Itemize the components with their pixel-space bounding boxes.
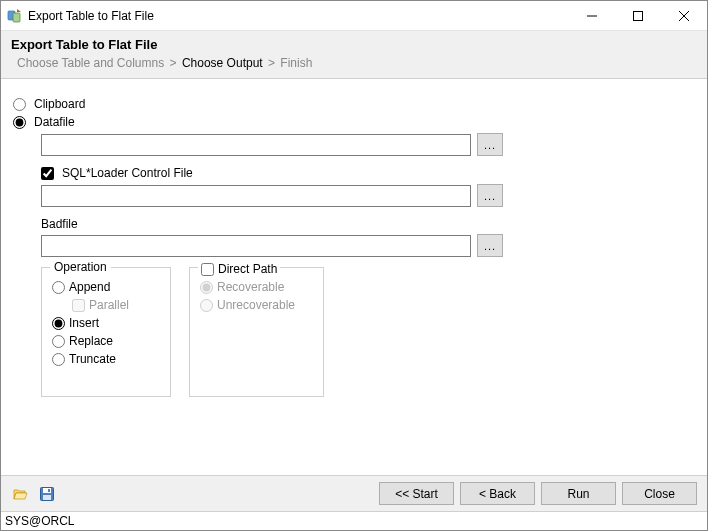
operation-parallel: Parallel: [72, 298, 160, 312]
truncate-radio[interactable]: [52, 353, 65, 366]
operation-replace[interactable]: Replace: [52, 334, 160, 348]
datafile-label: Datafile: [34, 115, 75, 129]
breadcrumb-sep: >: [170, 56, 177, 70]
operation-groupbox: Operation Append Parallel Insert Replace: [41, 267, 171, 397]
open-file-button[interactable]: [11, 484, 31, 504]
breadcrumb-step-1: Choose Table and Columns: [17, 56, 164, 70]
floppy-disk-icon: [40, 487, 54, 501]
window-controls: [569, 1, 707, 30]
datafile-section: ... SQL*Loader Control File ... Badfile …: [41, 133, 695, 257]
page-title: Export Table to Flat File: [11, 37, 697, 52]
svg-rect-8: [43, 495, 51, 500]
datafile-browse-button[interactable]: ...: [477, 133, 503, 156]
insert-label: Insert: [69, 316, 99, 330]
sqlloader-checkbox[interactable]: [41, 167, 54, 180]
replace-label: Replace: [69, 334, 113, 348]
titlebar: Export Table to Flat File: [1, 1, 707, 31]
close-button[interactable]: Close: [622, 482, 697, 505]
clipboard-option[interactable]: Clipboard: [13, 97, 695, 111]
append-radio[interactable]: [52, 281, 65, 294]
append-label: Append: [69, 280, 110, 294]
folder-open-icon: [13, 487, 29, 501]
back-button[interactable]: < Back: [460, 482, 535, 505]
svg-rect-9: [48, 489, 50, 492]
sqlloader-label: SQL*Loader Control File: [62, 166, 193, 180]
datafile-input[interactable]: [41, 134, 471, 156]
breadcrumb-step-2: Choose Output: [182, 56, 263, 70]
operation-truncate[interactable]: Truncate: [52, 352, 160, 366]
badfile-label: Badfile: [41, 217, 695, 231]
directpath-checkbox[interactable]: [201, 263, 214, 276]
app-icon: [7, 8, 23, 24]
clipboard-label: Clipboard: [34, 97, 85, 111]
minimize-icon: [587, 11, 597, 21]
clipboard-radio[interactable]: [13, 98, 26, 111]
datafile-option[interactable]: Datafile: [13, 115, 695, 129]
directpath-option[interactable]: Direct Path: [198, 262, 280, 276]
sqlloader-option[interactable]: SQL*Loader Control File: [41, 166, 695, 180]
parallel-label: Parallel: [89, 298, 129, 312]
recoverable-radio: [200, 281, 213, 294]
wizard-footer: << Start < Back Run Close: [1, 475, 707, 511]
svg-rect-1: [13, 13, 20, 22]
maximize-icon: [633, 11, 643, 21]
connection-status: SYS@ORCL: [5, 514, 75, 528]
minimize-button[interactable]: [569, 1, 615, 31]
directpath-unrecoverable: Unrecoverable: [200, 298, 313, 312]
export-wizard-window: Export Table to Flat File Export Table t…: [0, 0, 708, 531]
status-bar: SYS@ORCL: [1, 511, 707, 530]
run-button[interactable]: Run: [541, 482, 616, 505]
badfile-browse-button[interactable]: ...: [477, 234, 503, 257]
recoverable-label: Recoverable: [217, 280, 284, 294]
unrecoverable-radio: [200, 299, 213, 312]
start-button[interactable]: << Start: [379, 482, 454, 505]
save-file-button[interactable]: [37, 484, 57, 504]
sqlloader-browse-button[interactable]: ...: [477, 184, 503, 207]
operation-legend: Operation: [50, 260, 111, 274]
operation-insert[interactable]: Insert: [52, 316, 160, 330]
breadcrumb-step-3: Finish: [280, 56, 312, 70]
breadcrumb-sep: >: [268, 56, 275, 70]
unrecoverable-label: Unrecoverable: [217, 298, 295, 312]
operation-append[interactable]: Append: [52, 280, 160, 294]
badfile-input[interactable]: [41, 235, 471, 257]
window-title: Export Table to Flat File: [28, 9, 569, 23]
svg-rect-3: [634, 12, 643, 21]
directpath-label: Direct Path: [218, 262, 277, 276]
close-window-button[interactable]: [661, 1, 707, 31]
directpath-groupbox: Direct Path Recoverable Unrecoverable: [189, 267, 324, 397]
replace-radio[interactable]: [52, 335, 65, 348]
sqlloader-input[interactable]: [41, 185, 471, 207]
datafile-radio[interactable]: [13, 116, 26, 129]
close-icon: [679, 11, 689, 21]
insert-radio[interactable]: [52, 317, 65, 330]
parallel-checkbox: [72, 299, 85, 312]
wizard-body: Clipboard Datafile ... SQL*Loader Contro…: [1, 79, 707, 475]
maximize-button[interactable]: [615, 1, 661, 31]
truncate-label: Truncate: [69, 352, 116, 366]
wizard-header: Export Table to Flat File Choose Table a…: [1, 31, 707, 79]
directpath-recoverable: Recoverable: [200, 280, 313, 294]
breadcrumb: Choose Table and Columns > Choose Output…: [11, 56, 697, 70]
